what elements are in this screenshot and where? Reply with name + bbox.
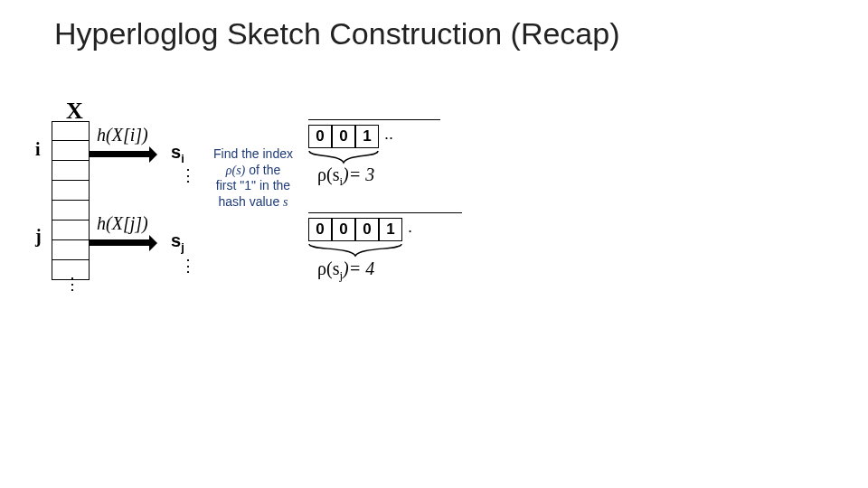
- x-cell: [52, 240, 90, 260]
- x-cell: [52, 141, 90, 161]
- bitrow-i: 0 0 1 ..: [308, 125, 393, 148]
- hash-i-label: h(X[i]): [97, 125, 148, 145]
- slide-title: Hyperloglog Sketch Construction (Recap): [54, 16, 620, 52]
- bit-top-border: [308, 212, 462, 213]
- brace-icon: [308, 150, 379, 164]
- index-i-label: i: [35, 139, 41, 160]
- x-cell: [52, 121, 90, 141]
- x-cell: [52, 181, 90, 201]
- x-array: [52, 121, 90, 280]
- arrow-icon: [90, 151, 153, 157]
- rho-j-value: ρ(sj)= 4: [317, 258, 374, 283]
- bit-cell: 0: [355, 218, 379, 241]
- rho-i-value: ρ(si)= 3: [317, 164, 374, 189]
- bit-cell: 1: [379, 218, 402, 241]
- s-j-label: sj: [171, 230, 184, 254]
- hash-j-label: h(X[j]): [97, 213, 148, 234]
- index-j-label: j: [35, 226, 42, 247]
- bit-cell: 0: [332, 125, 355, 148]
- vdots-icon: ⋮: [180, 262, 196, 271]
- bit-cell: 1: [355, 125, 379, 148]
- bit-cell: 0: [332, 218, 355, 241]
- arrow-icon: [90, 239, 153, 246]
- bitrow-j: 0 0 0 1 .: [308, 218, 412, 241]
- ellipsis-icon: .: [402, 218, 412, 237]
- x-cell: [52, 201, 90, 221]
- x-cell: [52, 161, 90, 181]
- rho-explanation: Find the index ρ(s) of the first "1" in …: [203, 146, 303, 210]
- ellipsis-icon: ..: [379, 125, 393, 144]
- diagram: X i j ⋮ h(X[i]) si ⋮ h(X[j]) sj ⋮ Find t…: [50, 99, 511, 334]
- vdots-icon: ⋮: [64, 280, 82, 289]
- bit-top-border: [308, 119, 440, 120]
- vdots-icon: ⋮: [180, 172, 196, 181]
- brace-icon: [308, 243, 402, 258]
- bit-cell: 0: [308, 125, 332, 148]
- bit-cell: 0: [308, 218, 332, 241]
- x-cell: [52, 221, 90, 240]
- s-i-label: si: [171, 142, 184, 165]
